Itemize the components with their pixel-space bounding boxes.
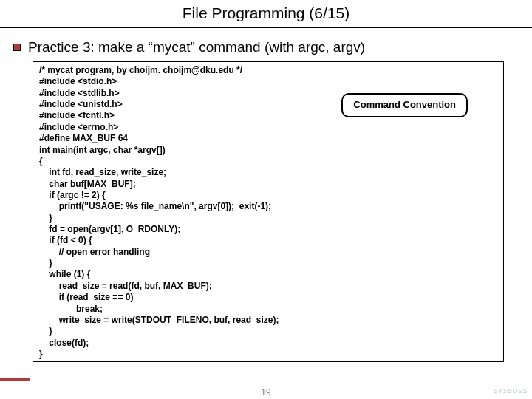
code-line: if (argc != 2) {: [39, 190, 497, 201]
code-line: #include <stdio.h>: [39, 76, 497, 87]
code-line: break;: [39, 304, 497, 315]
code-line: #include <errno.h>: [39, 122, 497, 133]
code-line: while (1) {: [39, 269, 497, 280]
code-line: }: [39, 213, 497, 224]
code-line: }: [39, 349, 497, 360]
code-line: write_size = write(STDOUT_FILENO, buf, r…: [39, 315, 497, 326]
footer-accent-bar: [0, 378, 30, 381]
code-box: Command Convention /* mycat program, by …: [33, 61, 504, 362]
page-number: 19: [0, 387, 532, 398]
code-line: // open error handling: [39, 247, 497, 258]
divider-bottom: [0, 30, 532, 30]
bullet-text: Practice 3: make a “mycat” command (with…: [28, 39, 365, 55]
bullet-row: Practice 3: make a “mycat” command (with…: [0, 38, 532, 61]
code-line: char buf[MAX_BUF];: [39, 179, 497, 190]
code-line: }: [39, 326, 497, 337]
code-line: int fd, read_size, write_size;: [39, 167, 497, 178]
code-line: if (fd < 0) {: [39, 235, 497, 246]
callout-box: Command Convention: [341, 93, 468, 117]
code-line: fd = open(argv[1], O_RDONLY);: [39, 224, 497, 235]
code-line: #define MAX_BUF 64: [39, 133, 497, 144]
logo-text: SYSBOSS: [493, 387, 528, 395]
divider-top: [0, 27, 532, 28]
code-line: printf("USAGE: %s file_name\n", argv[0])…: [39, 201, 497, 212]
code-line: close(fd);: [39, 338, 497, 349]
bullet-square-icon: [13, 44, 21, 51]
code-line: read_size = read(fd, buf, MAX_BUF);: [39, 281, 497, 292]
title-area: File Programming (6/15): [0, 0, 532, 25]
code-line: /* mycat program, by choijm. choijm@dku.…: [39, 65, 497, 76]
code-line: if (read_size == 0): [39, 292, 497, 303]
slide-title: File Programming (6/15): [0, 4, 532, 22]
code-line: int main(int argc, char *argv[]): [39, 145, 497, 156]
code-line: {: [39, 156, 497, 167]
code-line: }: [39, 258, 497, 269]
